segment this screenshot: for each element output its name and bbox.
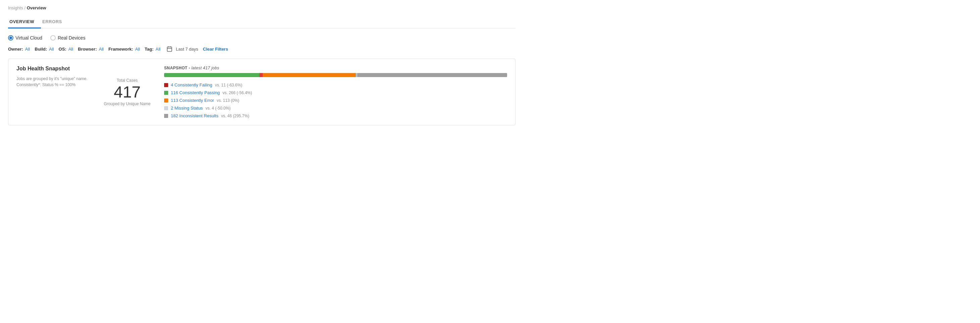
legend-sub-inconsistent-results: vs. 46 (295.7%) <box>221 114 249 118</box>
snapshot-title: Job Health Snapshot <box>16 66 90 72</box>
breadcrumb-current: Overview <box>27 5 46 10</box>
total-cases-label: Total Cases <box>117 78 138 83</box>
breadcrumb: Insights / Overview <box>8 5 515 10</box>
snapshot-left: Job Health Snapshot Jobs are grouped by … <box>16 66 90 118</box>
radio-virtual-cloud[interactable]: Virtual Cloud <box>8 35 42 41</box>
framework-filter[interactable]: All <box>135 47 140 52</box>
os-label: OS: <box>59 47 67 52</box>
legend-dot-consistently-passing <box>164 91 168 95</box>
breadcrumb-separator: / <box>24 5 25 10</box>
legend-dot-inconsistent-results <box>164 114 168 118</box>
progress-segment-error <box>263 73 356 77</box>
legend-link-missing-status[interactable]: 2 Missing Status <box>171 106 203 111</box>
legend-sub-consistently-failing: vs. 11 (-63.6%) <box>215 83 242 87</box>
legend-item-consistently-failing: 4 Consistently Failingvs. 11 (-63.6%) <box>164 82 507 87</box>
total-cases-value: 417 <box>114 84 141 100</box>
legend-link-inconsistent-results[interactable]: 182 Inconsistent Results <box>171 113 218 118</box>
legend-sub-consistently-passing: vs. 266 (-56.4%) <box>223 90 252 95</box>
progress-bar <box>164 73 507 77</box>
owner-label: Owner: <box>8 47 23 52</box>
legend-item-consistently-passing: 116 Consistently Passingvs. 266 (-56.4%) <box>164 90 507 95</box>
build-label: Build: <box>35 47 47 52</box>
legend-link-consistently-failing[interactable]: 4 Consistently Failing <box>171 82 212 87</box>
snapshot-header: SNAPSHOT - latest 417 jobs <box>164 66 507 70</box>
snapshot-right: SNAPSHOT - latest 417 jobs 4 Consistentl… <box>164 66 507 118</box>
snapshot-desc: Jobs are grouped by it's "unique" name. … <box>16 76 90 88</box>
os-filter[interactable]: All <box>68 47 73 52</box>
tab-overview[interactable]: OVERVIEW <box>8 16 41 28</box>
radio-circle-virtual-cloud <box>8 35 13 41</box>
legend-sub-missing-status: vs. 4 (-50.0%) <box>205 106 231 111</box>
legend-item-consistently-error: 113 Consistently Errorvs. 113 (0%) <box>164 98 507 103</box>
breadcrumb-parent: Insights <box>8 5 23 10</box>
svg-rect-0 <box>167 47 172 52</box>
progress-segment-inconsistent <box>358 73 507 77</box>
filters-row: Owner: All Build: All OS: All Browser: A… <box>8 46 515 52</box>
legend-link-consistently-passing[interactable]: 116 Consistently Passing <box>171 90 220 95</box>
legend-dot-consistently-error <box>164 98 168 103</box>
clear-filters-button[interactable]: Clear Filters <box>203 47 228 52</box>
tag-filter[interactable]: All <box>156 47 161 52</box>
browser-label: Browser: <box>78 47 97 52</box>
snapshot-card: Job Health Snapshot Jobs are grouped by … <box>8 59 515 125</box>
snapshot-header-italic: latest 417 jobs <box>191 66 219 70</box>
tab-errors[interactable]: ERRORS <box>41 16 69 28</box>
legend-item-missing-status: 2 Missing Statusvs. 4 (-50.0%) <box>164 106 507 111</box>
tabs-bar: OVERVIEW ERRORS <box>8 16 515 28</box>
snapshot-desc-line1: Jobs are grouped by it's "unique" name. <box>16 76 90 82</box>
grouped-label: Grouped by Unique Name <box>104 101 150 106</box>
radio-group: Virtual Cloud Real Devices <box>8 35 515 41</box>
radio-label-real-devices: Real Devices <box>58 35 85 41</box>
radio-label-virtual-cloud: Virtual Cloud <box>16 35 42 41</box>
browser-filter[interactable]: All <box>99 47 103 52</box>
legend-sub-consistently-error: vs. 113 (0%) <box>217 98 239 103</box>
legend-dot-consistently-failing <box>164 83 168 87</box>
build-filter[interactable]: All <box>49 47 54 52</box>
progress-segment-passing <box>164 73 259 77</box>
legend-dot-missing-status <box>164 106 168 110</box>
legend-item-inconsistent-results: 182 Inconsistent Resultsvs. 46 (295.7%) <box>164 113 507 118</box>
tag-label: Tag: <box>145 47 153 52</box>
legend-link-consistently-error[interactable]: 113 Consistently Error <box>171 98 214 103</box>
snapshot-header-prefix: SNAPSHOT - <box>164 66 190 70</box>
date-range-filter[interactable]: Last 7 days <box>176 47 198 52</box>
radio-real-devices[interactable]: Real Devices <box>50 35 85 41</box>
radio-circle-real-devices <box>50 35 56 41</box>
progress-segment-failing <box>259 73 263 77</box>
owner-filter[interactable]: All <box>25 47 30 52</box>
snapshot-middle: Total Cases 417 Grouped by Unique Name <box>104 66 151 118</box>
framework-label: Framework: <box>108 47 133 52</box>
calendar-icon <box>167 46 172 52</box>
legend-list: 4 Consistently Failingvs. 11 (-63.6%)116… <box>164 82 507 118</box>
snapshot-desc-line2: Consistently*: Status % == 100% <box>16 82 90 88</box>
